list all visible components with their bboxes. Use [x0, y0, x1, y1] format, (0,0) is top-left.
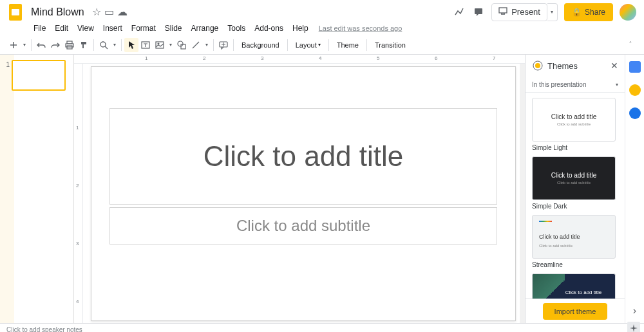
doc-title[interactable]: Mind Blown [28, 6, 87, 19]
right-side-rail: › [625, 55, 644, 323]
theme-button[interactable]: Theme [332, 38, 364, 52]
paint-format-button[interactable] [77, 38, 91, 52]
comments-icon[interactable] [472, 6, 485, 19]
transition-button[interactable]: Transition [370, 38, 411, 52]
present-dropdown[interactable]: ▾ [547, 3, 558, 21]
canvas-area: 1 2 3 4 5 6 7 1 2 3 4 Click to add title… [74, 55, 525, 323]
toolbar: ▾ ▾ ▾ ▾ Background Layout ▾ Theme Transi… [0, 35, 644, 55]
filmstrip-item[interactable]: 1 [4, 60, 70, 91]
theme-name: Simple Light [532, 144, 618, 151]
slide-number: 1 [4, 60, 12, 91]
zoom-button[interactable] [97, 38, 111, 52]
theme-option-simple-light[interactable]: Click to add title Click to add subtitle [532, 98, 616, 142]
undo-button[interactable] [34, 38, 48, 52]
menu-slide[interactable]: Slide [161, 23, 186, 34]
cloud-status-icon[interactable]: ☁ [118, 8, 127, 17]
import-theme-button[interactable]: Import theme [543, 303, 608, 320]
background-button[interactable]: Background [236, 38, 285, 52]
themes-section-label: In this presentation [532, 81, 587, 88]
vertical-scrollbar[interactable] [520, 64, 525, 323]
slide-canvas[interactable]: Click to add title Click to add subtitle [91, 66, 516, 321]
side-panel-toggle[interactable]: › [629, 305, 641, 317]
svg-point-7 [100, 42, 106, 47]
svg-rect-3 [499, 8, 507, 13]
activity-icon[interactable] [453, 6, 466, 19]
menu-addons[interactable]: Add-ons [251, 23, 287, 34]
theme-name: Simple Dark [532, 203, 618, 210]
menu-tools[interactable]: Tools [223, 23, 249, 34]
redo-button[interactable] [48, 38, 62, 52]
explore-button[interactable] [627, 322, 640, 332]
slide-thumbnail[interactable] [12, 60, 66, 91]
themes-close-button[interactable]: ✕ [611, 60, 618, 71]
move-icon[interactable]: ▭ [105, 8, 114, 17]
themes-panel-header: Themes ✕ [526, 55, 625, 77]
themes-list[interactable]: Click to add title Click to add subtitle… [526, 93, 625, 323]
svg-point-11 [178, 41, 183, 46]
line-tool[interactable] [189, 38, 203, 52]
subtitle-placeholder-text: Click to add subtitle [236, 217, 370, 235]
themes-panel: Themes ✕ In this presentation ▾ Click to… [525, 55, 625, 323]
svg-point-10 [158, 43, 159, 44]
menu-view[interactable]: View [73, 23, 98, 34]
title-placeholder-text: Click to add title [204, 140, 404, 172]
present-label: Present [511, 7, 540, 17]
themes-icon [532, 60, 544, 71]
vertical-ruler[interactable]: 1 2 3 4 [74, 64, 83, 323]
svg-rect-12 [181, 44, 185, 49]
horizontal-ruler[interactable]: 1 2 3 4 5 6 7 [74, 55, 525, 64]
tasks-addon-icon[interactable] [629, 107, 641, 119]
chevron-down-icon: ▾ [616, 82, 618, 88]
textbox-tool[interactable] [138, 38, 153, 52]
menu-insert[interactable]: Insert [99, 23, 126, 34]
theme-option-simple-dark[interactable]: Click to add title Click to add subtitle [532, 156, 616, 200]
slides-logo[interactable] [8, 5, 23, 20]
title-placeholder-box[interactable]: Click to add title [109, 108, 497, 205]
keep-addon-icon[interactable] [629, 84, 641, 96]
new-slide-button[interactable] [6, 38, 21, 52]
print-button[interactable] [62, 38, 77, 52]
toolbar-collapse[interactable]: ˆ [623, 38, 638, 52]
filmstrip[interactable]: 1 [0, 55, 74, 323]
menu-edit[interactable]: Edit [51, 23, 72, 34]
star-icon[interactable]: ☆ [92, 8, 101, 17]
svg-rect-2 [475, 8, 482, 14]
image-dropdown[interactable]: ▾ [167, 38, 175, 52]
image-tool[interactable] [153, 38, 167, 52]
main-area: 1 1 2 3 4 5 6 7 1 2 3 4 Click to add tit… [0, 55, 644, 323]
layout-button[interactable]: Layout ▾ [290, 38, 326, 52]
zoom-dropdown[interactable]: ▾ [111, 38, 118, 52]
themes-panel-title: Themes [547, 61, 578, 71]
new-slide-dropdown[interactable]: ▾ [21, 38, 28, 52]
share-button[interactable]: 🔒 Share [564, 3, 613, 21]
comment-tool[interactable] [216, 38, 231, 52]
present-button[interactable]: Present [491, 3, 547, 21]
subtitle-placeholder-box[interactable]: Click to add subtitle [109, 207, 497, 244]
line-dropdown[interactable]: ▾ [203, 38, 211, 52]
import-theme-bar: Import theme [526, 299, 625, 323]
theme-option-streamline[interactable]: Click to add title Click to add subtitle [532, 215, 616, 259]
shape-tool[interactable] [175, 38, 189, 52]
menu-help[interactable]: Help [289, 23, 312, 34]
menu-file[interactable]: File [30, 23, 50, 34]
select-tool[interactable] [124, 38, 138, 52]
svg-point-14 [535, 63, 540, 68]
present-icon [498, 7, 507, 17]
account-avatar[interactable] [620, 4, 636, 21]
menu-arrange[interactable]: Arrange [187, 23, 223, 34]
lock-icon: 🔒 [572, 8, 582, 17]
calendar-addon-icon[interactable] [629, 61, 641, 73]
menu-bar: File Edit View Insert Format Slide Arran… [0, 21, 644, 35]
share-label: Share [585, 8, 605, 17]
app-header: Mind Blown ☆ ▭ ☁ Present ▾ 🔒 Share [0, 0, 644, 21]
speaker-notes[interactable]: Click to add speaker notes [0, 323, 644, 332]
canvas-viewport[interactable]: Click to add title Click to add subtitle [83, 64, 520, 323]
last-edit-link[interactable]: Last edit was seconds ago [319, 24, 402, 32]
theme-name: Streamline [532, 261, 618, 268]
svg-rect-1 [12, 9, 19, 15]
themes-section-toggle[interactable]: In this presentation ▾ [526, 77, 625, 93]
speaker-notes-placeholder: Click to add speaker notes [6, 326, 82, 332]
menu-format[interactable]: Format [128, 23, 160, 34]
